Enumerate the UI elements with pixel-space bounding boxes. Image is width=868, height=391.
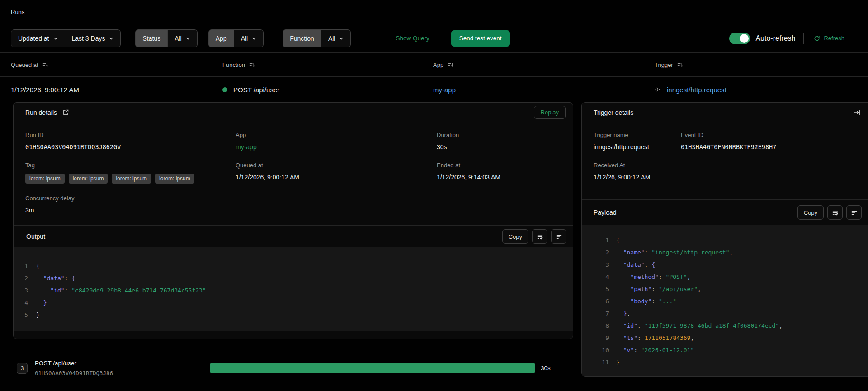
- trigger-link[interactable]: inngest/http.request: [667, 86, 726, 94]
- sort-time-filter: Updated at Last 3 Days: [11, 29, 121, 47]
- code-line: 3 "data": {: [595, 259, 861, 271]
- cell-app: my-app: [433, 86, 655, 94]
- sort-field-dropdown[interactable]: Updated at: [11, 30, 65, 47]
- code-line: 11}: [595, 356, 861, 368]
- run-details-body: Run ID 01HS0AA03V04D91RTDQ3J862GV App my…: [14, 122, 573, 225]
- app-filter-dropdown[interactable]: All: [234, 30, 264, 47]
- tag-chip: lorem: ipsum: [112, 174, 151, 184]
- function-filter-label: Function: [283, 30, 321, 47]
- main-area: Run details Replay Run ID 01HS0AA03V04D9…: [0, 102, 868, 391]
- field-received-at: Received At 1/12/26, 9:00:12 AM: [594, 162, 681, 181]
- column-header-queued-at[interactable]: Queued at: [11, 61, 222, 68]
- field-concurrency-delay: Concurrency delay 3m: [25, 195, 236, 214]
- field-queued-at: Queued at 1/12/2026, 9:00:12 AM: [236, 162, 437, 184]
- word-wrap-button[interactable]: [827, 205, 843, 220]
- payload-code-block: 1{2 "name": "inngest/http.request",3 "da…: [582, 225, 868, 377]
- column-header-app[interactable]: App: [433, 61, 655, 68]
- sort-icon: [677, 61, 684, 68]
- event-id-value: 01HSHA4GT0FN0NRBKTF92E98H7: [681, 143, 857, 151]
- timeline-step-row[interactable]: 3 POST /api/user 01HS0AA03V04D91RTDQ3J86…: [17, 360, 568, 377]
- field-app: App my-app: [236, 132, 437, 151]
- app-filter: App All: [208, 29, 264, 47]
- code-line: 2 "data": {: [19, 272, 564, 284]
- toggle-knob: [740, 34, 749, 43]
- auto-refresh-toggle[interactable]: [729, 33, 750, 44]
- chevron-down-icon: [252, 36, 256, 41]
- field-duration: Duration 30s: [437, 132, 562, 151]
- code-line: 7 },: [595, 307, 861, 320]
- chevron-down-icon: [53, 36, 58, 41]
- output-header: Output Copy: [14, 225, 573, 247]
- status-filter-dropdown[interactable]: All: [167, 30, 197, 47]
- sort-icon: [42, 61, 49, 68]
- run-table-row[interactable]: 1/12/2026, 9:00:12 AM POST /api/user my-…: [0, 77, 868, 102]
- send-test-event-button[interactable]: Send test event: [451, 30, 510, 47]
- copy-payload-button[interactable]: Copy: [797, 205, 824, 220]
- word-wrap-button[interactable]: [532, 229, 547, 244]
- timeline-duration-bar: [210, 363, 535, 373]
- chevron-down-icon: [109, 36, 113, 41]
- align-left-icon: [556, 233, 562, 240]
- open-external-icon[interactable]: [62, 109, 69, 116]
- column-header-trigger[interactable]: Trigger: [655, 61, 868, 68]
- cell-function: POST /api/user: [222, 86, 433, 94]
- divider: [803, 33, 804, 44]
- run-details-title: Run details: [25, 109, 57, 116]
- function-filter-dropdown[interactable]: All: [321, 30, 351, 47]
- payload-header: Payload Copy: [582, 199, 868, 225]
- status-filter: Status All: [135, 29, 197, 47]
- filter-divider: [369, 30, 369, 47]
- show-query-link[interactable]: Show Query: [396, 35, 429, 42]
- timeline-leader-line: [158, 368, 210, 368]
- sort-icon: [447, 61, 454, 68]
- code-line: 3 "id": "c8429dd9-29b8-44e6-b714-767d34c…: [19, 284, 564, 297]
- sort-icon: [249, 61, 255, 68]
- page-title: Runs: [11, 9, 24, 15]
- field-tag: Tag lorem: ipsum lorem: ipsum lorem: ips…: [25, 162, 236, 184]
- refresh-icon: [814, 35, 820, 42]
- trigger-details-header: Trigger details: [582, 103, 868, 122]
- collapse-panel-icon[interactable]: [854, 109, 861, 116]
- format-button[interactable]: [846, 205, 862, 220]
- app-filter-label: App: [209, 30, 234, 47]
- code-line: 8 "id": "119f5971-9878-46bd-a18f-4f06801…: [595, 320, 861, 332]
- payload-title: Payload: [594, 209, 617, 216]
- function-filter-value: All: [328, 35, 335, 42]
- tag-chip: lorem: ipsum: [155, 174, 194, 184]
- status-filter-label: Status: [136, 30, 167, 47]
- titlebar: Runs: [0, 0, 868, 24]
- status-dot-icon: [222, 87, 227, 92]
- app-link[interactable]: my-app: [236, 143, 437, 151]
- tag-chip: lorem: ipsum: [69, 174, 108, 184]
- app-filter-value: All: [241, 35, 248, 42]
- copy-output-button[interactable]: Copy: [502, 229, 528, 244]
- tag-chip: lorem: ipsum: [25, 174, 65, 184]
- refresh-button[interactable]: Refresh: [814, 35, 844, 42]
- format-button[interactable]: [551, 229, 566, 244]
- event-webhook-icon: [655, 86, 662, 93]
- cell-trigger: inngest/http.request: [655, 86, 868, 94]
- replay-button[interactable]: Replay: [534, 106, 566, 119]
- code-line: 5}: [19, 309, 564, 321]
- output-title: Output: [26, 233, 45, 240]
- code-line: 6 "body": "...": [595, 295, 861, 307]
- column-header-function[interactable]: Function: [222, 61, 433, 68]
- function-filter: Function All: [283, 29, 351, 47]
- trigger-details-body: Trigger name inngest/http.request Event …: [582, 122, 868, 199]
- status-filter-value: All: [175, 35, 182, 42]
- code-line: 1{: [595, 234, 861, 246]
- trigger-details-panel: Trigger details Trigger name inngest/htt…: [581, 102, 868, 377]
- runs-table-header: Queued at Function App Trigger: [0, 53, 868, 77]
- code-line: 4 "method": "POST",: [595, 271, 861, 283]
- field-ended-at: Ended at 1/12/2026, 9:14:03 AM: [437, 162, 562, 184]
- time-range-dropdown[interactable]: Last 3 Days: [65, 30, 121, 47]
- field-run-id: Run ID 01HS0AA03V04D91RTDQ3J862GV: [25, 132, 236, 151]
- step-run-id: 01HS0AA03V04D91RTDQ3J86: [35, 370, 158, 377]
- code-line: 9 "ts": 1711051784369,: [595, 332, 861, 344]
- app-link[interactable]: my-app: [433, 86, 456, 94]
- auto-refresh-label: Auto-refresh: [755, 34, 795, 42]
- run-details-panel: Run details Replay Run ID 01HS0AA03V04D9…: [13, 102, 573, 339]
- code-line: 4 }: [19, 297, 564, 309]
- output-code-block: 1{2 "data": {3 "id": "c8429dd9-29b8-44e6…: [14, 247, 573, 331]
- tag-chips: lorem: ipsum lorem: ipsum lorem: ipsum l…: [25, 174, 236, 184]
